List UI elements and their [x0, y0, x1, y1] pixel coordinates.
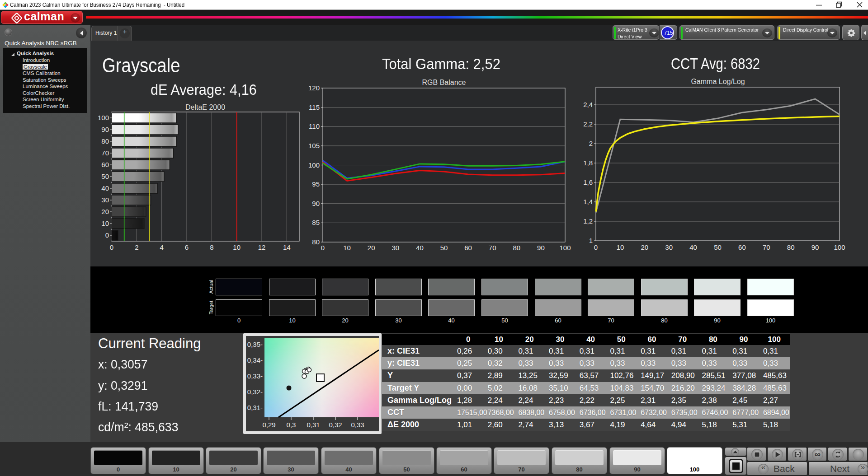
svg-text:0,32-: 0,32- — [247, 388, 263, 396]
svg-text:0,31-: 0,31- — [247, 404, 263, 411]
svg-text:100: 100 — [98, 114, 109, 121]
svg-text:0: 0 — [110, 243, 113, 251]
svg-text:30: 30 — [665, 243, 673, 251]
svg-text:80: 80 — [101, 137, 109, 145]
svg-text:100: 100 — [308, 161, 320, 169]
svg-text:20: 20 — [368, 244, 375, 252]
svg-text:0,33-: 0,33- — [247, 372, 263, 380]
svg-text:0,33: 0,33 — [351, 421, 364, 429]
svg-text:14: 14 — [283, 243, 291, 251]
svg-text:40: 40 — [416, 244, 424, 252]
svg-text:10: 10 — [617, 243, 624, 251]
svg-text:80: 80 — [787, 243, 795, 251]
svg-text:1,6: 1,6 — [583, 178, 593, 186]
svg-text:10: 10 — [101, 219, 109, 227]
svg-text:2,4: 2,4 — [583, 101, 593, 108]
svg-text:0: 0 — [594, 243, 598, 251]
svg-text:40: 40 — [689, 243, 697, 251]
svg-text:0,32: 0,32 — [329, 421, 342, 429]
svg-text:90: 90 — [537, 244, 545, 252]
svg-text:60: 60 — [738, 243, 746, 251]
svg-text:10: 10 — [343, 244, 351, 252]
svg-text:0,35-: 0,35- — [247, 341, 263, 348]
svg-text:1: 1 — [589, 237, 593, 244]
svg-text:30: 30 — [392, 244, 399, 252]
svg-text:60: 60 — [101, 161, 109, 168]
svg-text:30: 30 — [101, 196, 109, 204]
svg-text:DeltaE 2000: DeltaE 2000 — [185, 103, 225, 111]
svg-text:2: 2 — [589, 140, 593, 147]
svg-text:80: 80 — [513, 244, 520, 252]
svg-text:90: 90 — [811, 243, 819, 251]
svg-text:0,31: 0,31 — [307, 421, 320, 429]
svg-text:12: 12 — [258, 243, 266, 251]
svg-text:1,4: 1,4 — [583, 198, 593, 205]
svg-text:50: 50 — [440, 244, 448, 252]
svg-text:2: 2 — [135, 243, 138, 251]
svg-text:20: 20 — [641, 243, 648, 251]
svg-text:40: 40 — [101, 184, 109, 192]
svg-text:80: 80 — [312, 238, 320, 246]
svg-text:∞: ∞ — [815, 449, 821, 459]
svg-text:20: 20 — [101, 208, 109, 215]
svg-text:0,3: 0,3 — [287, 421, 296, 429]
svg-text:RGB Balance: RGB Balance — [422, 79, 466, 86]
svg-text:10: 10 — [233, 243, 241, 251]
svg-text:85: 85 — [312, 219, 320, 226]
svg-text:8: 8 — [210, 243, 213, 251]
svg-text:100: 100 — [559, 244, 571, 252]
svg-text:Gamma Log/Log: Gamma Log/Log — [691, 78, 745, 85]
svg-text:4: 4 — [160, 243, 164, 251]
svg-text:0,29: 0,29 — [262, 421, 275, 429]
svg-text:100: 100 — [834, 243, 845, 251]
svg-text:105: 105 — [308, 142, 320, 149]
svg-text:90: 90 — [312, 200, 320, 207]
svg-text:95: 95 — [312, 180, 320, 188]
svg-text:50: 50 — [101, 173, 109, 180]
svg-text:2,2: 2,2 — [583, 120, 593, 128]
svg-text:115: 115 — [309, 103, 320, 111]
svg-text:1,8: 1,8 — [583, 159, 593, 167]
svg-text:70: 70 — [763, 243, 770, 251]
svg-text:60: 60 — [464, 244, 472, 252]
svg-text:50: 50 — [714, 243, 722, 251]
svg-text:70: 70 — [489, 244, 496, 252]
svg-text:0: 0 — [105, 231, 109, 239]
svg-text:120: 120 — [308, 84, 320, 92]
svg-text:0: 0 — [321, 244, 325, 252]
svg-text:110: 110 — [309, 122, 320, 130]
svg-text:0,34-: 0,34- — [247, 356, 263, 364]
svg-text:6: 6 — [185, 243, 189, 251]
svg-text:70: 70 — [101, 149, 109, 157]
svg-text:90: 90 — [101, 126, 109, 133]
svg-text:1,2: 1,2 — [583, 217, 593, 225]
